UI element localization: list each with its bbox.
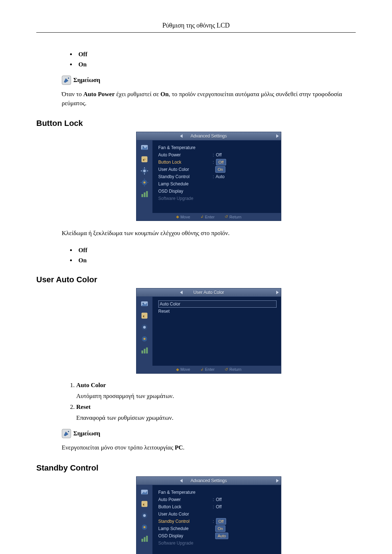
t: PC xyxy=(175,444,183,451)
osd-val: : Off xyxy=(213,159,226,165)
svg-rect-16 xyxy=(147,182,148,183)
multi-icon xyxy=(139,189,150,199)
t: έχει ρυθμιστεί σε xyxy=(115,91,160,98)
svg-rect-13 xyxy=(144,178,145,180)
svg-rect-18 xyxy=(144,193,146,197)
svg-point-1 xyxy=(68,78,69,79)
setup-icon xyxy=(139,322,150,332)
svg-rect-19 xyxy=(146,191,148,197)
osd-item: Standby Control xyxy=(158,174,213,179)
osd-item: Software Upgrade xyxy=(158,196,213,201)
osd-sidebar xyxy=(136,297,152,366)
osd-item: Standby Control xyxy=(158,519,213,524)
osd-footer: ◆Move ↲Enter ↺Return xyxy=(136,366,281,373)
osd-user-auto-color: User Auto Color Auto Color Reset xyxy=(62,288,356,374)
term: Auto Color xyxy=(76,382,106,389)
page-header: Ρύθμιση της οθόνης LCD xyxy=(36,22,356,29)
osd-item: Lamp Schedule xyxy=(158,181,213,186)
svg-rect-39 xyxy=(144,537,146,542)
osd-val: : Off xyxy=(213,504,221,509)
gear-icon xyxy=(139,522,150,532)
osd-item: Button Lock xyxy=(158,504,213,509)
desc: Επαναφορά των ρυθμίσεων χρωμάτων. xyxy=(76,414,356,422)
osd-item: Auto Power xyxy=(158,152,213,157)
osd-title: Advanced Settings xyxy=(136,477,281,485)
svg-point-26 xyxy=(143,338,146,340)
gear-icon xyxy=(139,334,150,344)
button-lock-options: Off On xyxy=(62,247,356,264)
auto-power-options: Off On xyxy=(62,51,356,68)
osd-button-lock: Advanced Settings Fan & Temperature Auto… xyxy=(62,132,356,221)
note-text: Όταν το Auto Power έχει ρυθμιστεί σε On,… xyxy=(62,90,356,108)
svg-rect-22 xyxy=(142,313,148,319)
osd-val: : Auto xyxy=(213,174,225,179)
option-on: On xyxy=(76,257,356,264)
osd-item: Lamp Schedule xyxy=(158,526,213,531)
t: Όταν το xyxy=(62,91,83,98)
option-off: Off xyxy=(76,247,356,254)
svg-point-12 xyxy=(143,182,146,184)
osd-item: OSD Display xyxy=(158,189,213,194)
list-item: Reset Επαναφορά των ρυθμίσεων χρωμάτων. xyxy=(76,403,356,422)
gear-icon xyxy=(139,177,150,188)
button-lock-desc: Κλείδωμα ή ξεκλείδωμα των κουμπιών ελέγχ… xyxy=(62,229,356,238)
svg-rect-27 xyxy=(142,350,143,353)
osd-item: Software Upgrade xyxy=(158,541,213,546)
sound-icon xyxy=(139,154,150,164)
svg-point-37 xyxy=(143,526,146,528)
svg-point-24 xyxy=(143,326,146,328)
osd-item: OSD Display xyxy=(158,533,213,538)
return-hint: ↺Return xyxy=(225,367,241,372)
heading-standby-control: Standby Control xyxy=(36,463,356,473)
osd-sidebar xyxy=(136,485,152,554)
t: . xyxy=(183,444,184,451)
svg-rect-38 xyxy=(142,539,143,542)
list-item: Auto Color Αυτόματη προσαρμογή των χρωμά… xyxy=(76,382,356,400)
osd-item: Fan & Temperature xyxy=(158,145,213,150)
osd-sidebar xyxy=(136,140,152,213)
option-off: Off xyxy=(76,51,356,58)
svg-point-6 xyxy=(143,170,146,172)
sound-icon xyxy=(139,311,150,321)
picture-icon xyxy=(139,143,150,153)
svg-point-31 xyxy=(68,431,69,432)
multi-icon xyxy=(139,534,150,544)
heading-user-auto-color: User Auto Color xyxy=(36,275,356,284)
setup-icon xyxy=(139,166,150,176)
return-hint: ↺Return xyxy=(225,214,241,219)
heading-button-lock: Button Lock xyxy=(36,119,356,128)
osd-item: Button Lock xyxy=(158,160,213,165)
osd-val: On xyxy=(213,525,225,532)
svg-rect-28 xyxy=(144,349,146,353)
t: On xyxy=(160,91,169,98)
user-auto-color-list: Auto Color Αυτόματη προσαρμογή των χρωμά… xyxy=(62,382,356,422)
osd-item: Auto Color xyxy=(160,301,214,307)
svg-rect-33 xyxy=(142,501,148,507)
svg-rect-17 xyxy=(142,194,143,197)
svg-rect-29 xyxy=(146,348,148,354)
enter-hint: ↲Enter xyxy=(200,214,215,219)
svg-rect-15 xyxy=(140,182,142,183)
osd-val: : Off xyxy=(213,497,221,502)
osd-title: User Auto Color xyxy=(136,288,281,297)
osd-menu: Fan & Temperature Auto Power: Off Button… xyxy=(152,140,281,213)
osd-item: User Auto Color xyxy=(158,167,213,172)
svg-point-35 xyxy=(143,514,146,517)
enter-hint: ↲Enter xyxy=(200,367,215,372)
term: Reset xyxy=(76,403,91,410)
note-row: Σημείωση xyxy=(62,75,356,85)
osd-menu: Fan & Temperature Auto Power: Off Button… xyxy=(152,485,281,554)
t: Ενεργοποιείται μόνο στον τρόπο λειτουργί… xyxy=(62,444,175,451)
osd-item: Fan & Temperature xyxy=(158,490,213,495)
svg-rect-4 xyxy=(142,156,148,163)
note-icon xyxy=(62,75,71,85)
osd-val: : Off xyxy=(213,152,221,157)
svg-rect-40 xyxy=(146,535,148,542)
osd-title: Advanced Settings xyxy=(136,132,281,140)
t: Auto Power xyxy=(83,91,115,98)
note-label: Σημείωση xyxy=(73,77,100,84)
desc: Αυτόματη προσαρμογή των χρωμάτων. xyxy=(76,393,356,400)
note-label: Σημείωση xyxy=(73,430,100,437)
osd-item: User Auto Color xyxy=(158,512,213,517)
osd-val: : Off xyxy=(213,518,226,525)
